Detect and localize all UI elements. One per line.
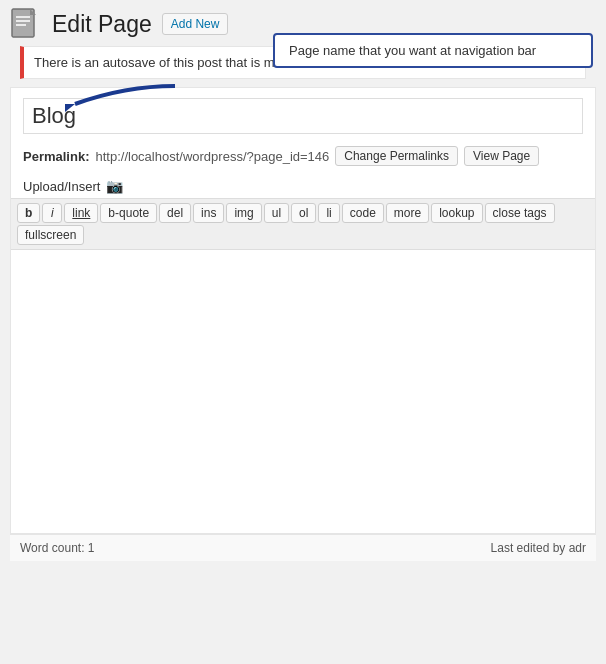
add-new-button[interactable]: Add New	[162, 13, 229, 35]
tooltip-callout: Page name that you want at navigation ba…	[273, 33, 593, 68]
toolbar-btn-b[interactable]: b	[17, 203, 40, 223]
toolbar-btn-ol[interactable]: ol	[291, 203, 316, 223]
toolbar-btn-code[interactable]: code	[342, 203, 384, 223]
upload-insert-bar: Upload/Insert 📷	[11, 174, 595, 198]
footer-bar: Word count: 1 Last edited by adr	[10, 534, 596, 561]
page-document-icon	[10, 8, 42, 40]
change-permalinks-button[interactable]: Change Permalinks	[335, 146, 458, 166]
toolbar-btn-lookup[interactable]: lookup	[431, 203, 482, 223]
permalink-url: http://localhost/wordpress/?page_id=146	[95, 149, 329, 164]
last-edited: Last edited by adr	[491, 541, 586, 555]
permalink-bar: Permalink: http://localhost/wordpress/?p…	[11, 142, 595, 174]
upload-insert-label: Upload/Insert	[23, 179, 100, 194]
toolbar-btn-img[interactable]: img	[226, 203, 261, 223]
page-title: Edit Page	[52, 13, 152, 36]
editor-toolbar: bilinkb-quotedelinsimgulollicodemorelook…	[11, 198, 595, 250]
page-wrapper: Edit Page Add New There is an autosave o…	[0, 0, 606, 561]
toolbar-btn-li[interactable]: li	[318, 203, 339, 223]
toolbar-btn-close-tags[interactable]: close tags	[485, 203, 555, 223]
autosave-notice: There is an autosave of this post that i…	[20, 46, 586, 79]
editor-textarea[interactable]	[11, 250, 595, 530]
toolbar-btn-more[interactable]: more	[386, 203, 429, 223]
permalink-label: Permalink:	[23, 149, 89, 164]
word-count: Word count: 1	[20, 541, 94, 555]
toolbar-btn-b-quote[interactable]: b-quote	[100, 203, 157, 223]
title-section	[11, 88, 595, 142]
toolbar-btn-i[interactable]: i	[42, 203, 62, 223]
toolbar-btn-ul[interactable]: ul	[264, 203, 289, 223]
toolbar-btn-del[interactable]: del	[159, 203, 191, 223]
autosave-message: There is an autosave of this post that i…	[34, 55, 282, 70]
tooltip-text: Page name that you want at navigation ba…	[289, 43, 536, 58]
toolbar-btn-link[interactable]: link	[64, 203, 98, 223]
page-title-input[interactable]	[23, 98, 583, 134]
media-icon[interactable]: 📷	[106, 178, 123, 194]
toolbar-btn-ins[interactable]: ins	[193, 203, 224, 223]
toolbar-btn-fullscreen[interactable]: fullscreen	[17, 225, 84, 245]
view-page-button[interactable]: View Page	[464, 146, 539, 166]
main-content: Permalink: http://localhost/wordpress/?p…	[10, 87, 596, 534]
